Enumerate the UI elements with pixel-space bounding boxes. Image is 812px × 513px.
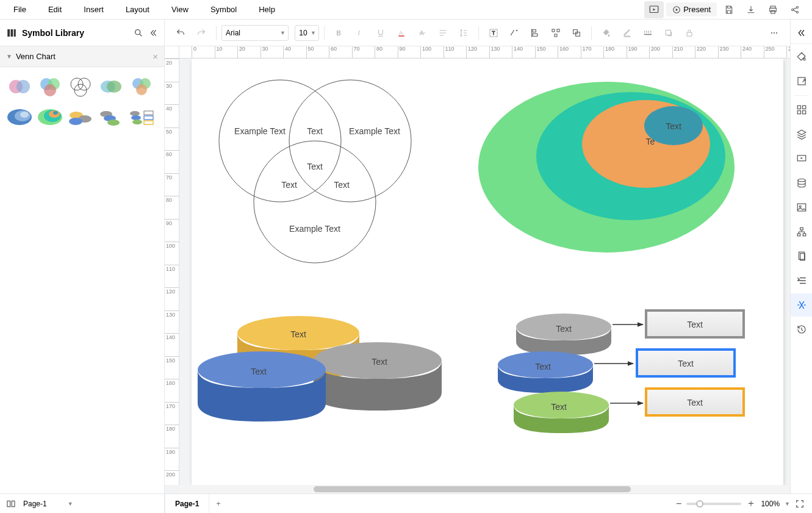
more-button[interactable] [764,24,784,42]
venn3-abc-label[interactable]: Text [307,162,323,171]
venn3-diagram[interactable] [219,80,411,263]
scrollbar-thumb[interactable] [314,486,631,492]
library-category-header[interactable]: ▼ Venn Chart × [0,46,164,67]
image-icon[interactable] [791,196,813,219]
scrollbar-horizontal[interactable] [179,485,790,493]
align-button[interactable] [433,24,453,42]
venn3-ab-label[interactable]: Text [307,126,323,136]
disk-arrow-1-label[interactable]: Text [556,324,572,334]
present-button[interactable]: Present [666,2,717,16]
venn3-b-label[interactable]: Example Text [349,126,400,136]
redo-button[interactable] [192,24,211,42]
zoom-out-button[interactable]: − [676,498,681,509]
download-icon[interactable] [741,1,761,18]
svg-rect-78 [798,77,805,85]
page-select[interactable]: Page-1 ▼ [21,498,76,509]
venn-shape-5[interactable] [128,73,155,100]
svg-point-60 [131,115,141,120]
disks3-diagram[interactable] [198,316,442,422]
nested-ellipse-diagram[interactable] [478,82,735,253]
menu-view[interactable]: View [160,1,199,18]
font-family-select[interactable]: Arial ▼ [221,25,289,41]
venn3-bc-label[interactable]: Text [334,180,350,190]
box-2-label[interactable]: Text [678,359,694,368]
text-tool-button[interactable]: T [484,24,503,42]
menu-help[interactable]: Help [248,1,286,18]
box-1-label[interactable]: Text [687,320,703,329]
line-spacing-button[interactable] [454,24,473,42]
zoom-slider[interactable] [686,503,741,505]
menu-symbol[interactable]: Symbol [199,1,248,18]
fullscreen-icon[interactable] [795,499,805,509]
add-page-button[interactable]: ＋ [209,498,228,509]
slides-icon[interactable] [791,147,813,170]
disks3-b-label[interactable]: Text [372,357,387,367]
print-icon[interactable] [763,1,783,18]
distribute-button[interactable] [546,24,566,42]
components-icon[interactable] [791,98,813,121]
lock-button[interactable] [680,24,699,42]
venn-shape-6[interactable] [6,104,33,131]
menu-layout[interactable]: Layout [115,1,160,18]
venn-shape-9[interactable] [98,104,124,131]
strike-button[interactable]: A [412,24,432,42]
expand-right-icon[interactable] [791,22,813,44]
save-icon[interactable] [719,1,739,18]
venn-shape-8[interactable] [67,104,94,131]
menu-file[interactable]: File [2,1,37,18]
cross-ref-icon[interactable] [791,293,813,317]
venn-shape-4[interactable] [98,73,124,100]
shadow-button[interactable] [659,24,678,42]
history-icon[interactable] [791,318,813,341]
theme-icon[interactable] [791,45,813,68]
group-button[interactable] [567,24,586,42]
share-icon[interactable] [785,1,805,18]
bold-button[interactable]: B [329,24,349,42]
line-style-button[interactable] [638,24,658,42]
page-tab-1[interactable]: Page-1 [165,494,209,513]
disk-arrow-1[interactable] [516,314,611,355]
disk-arrow-3-label[interactable]: Text [551,402,567,412]
layers-icon[interactable] [791,123,813,146]
pages-list-icon[interactable] [6,499,16,509]
zoom-in-button[interactable]: ＋ [746,497,756,510]
clipboard-icon[interactable] [791,245,813,268]
fill-color-button[interactable] [597,24,616,42]
venn3-c-label[interactable]: Example Text [289,224,340,234]
nested-l2-label[interactable]: Te [646,137,655,146]
line-color-button[interactable] [617,24,637,42]
venn3-ac-label[interactable]: Text [281,180,297,190]
undo-button[interactable] [171,24,190,42]
venn-shape-7[interactable] [37,104,63,131]
box-3-label[interactable]: Text [687,398,703,407]
disks3-a-label[interactable]: Text [290,329,306,339]
data-icon[interactable] [791,171,813,195]
menu-edit[interactable]: Edit [37,1,73,18]
slideshow-icon-button[interactable] [644,1,664,18]
canvas-area[interactable]: 0102030405060708090100110120130140150160… [165,46,790,493]
disk-arrow-3[interactable] [514,392,609,433]
nested-l1-label[interactable]: Text [666,121,681,131]
italic-button[interactable]: I [350,24,370,42]
menu-insert[interactable]: Insert [73,1,115,18]
connector-button[interactable] [505,24,524,42]
search-icon[interactable] [134,28,143,38]
venn-shape-2[interactable] [37,73,63,100]
collapse-left-icon[interactable] [148,28,158,38]
text-indent-icon[interactable] [791,269,813,292]
canvas-page[interactable]: Example Text Example Text Example Text T… [192,59,783,486]
sitemap-icon[interactable] [791,220,813,243]
disk-arrow-2[interactable] [498,351,593,393]
underline-button[interactable] [371,24,390,42]
venn3-a-label[interactable]: Example Text [234,126,286,136]
disks3-c-label[interactable]: Text [251,367,267,376]
venn-shape-1[interactable] [6,73,33,100]
disk-arrow-2-label[interactable]: Text [535,362,551,371]
font-size-select[interactable]: 10 ▼ [295,25,319,41]
venn-shape-10[interactable] [128,104,155,131]
align-objects-button[interactable] [525,24,545,42]
export-icon[interactable] [791,70,813,93]
font-color-button[interactable]: A [392,24,411,42]
venn-shape-3[interactable] [67,73,94,100]
close-category-icon[interactable]: × [153,51,158,62]
